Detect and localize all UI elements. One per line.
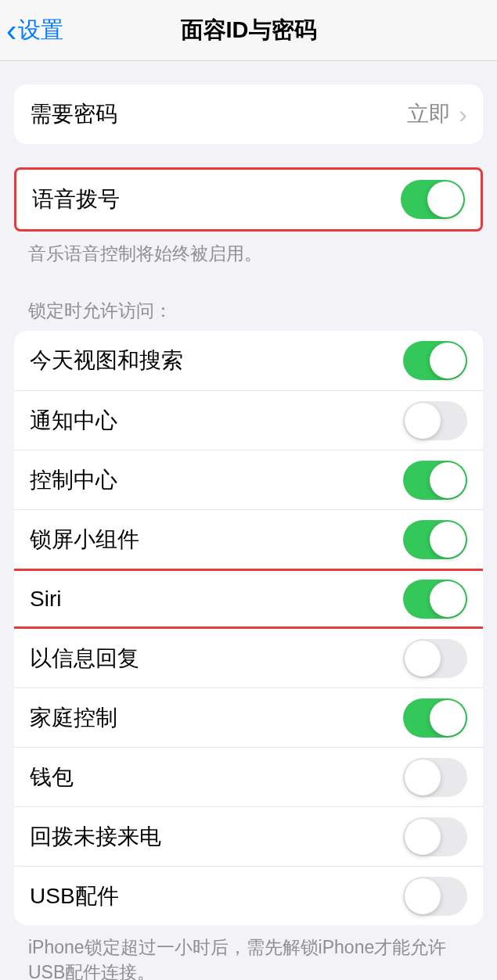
toggle-knob bbox=[405, 759, 441, 795]
lock-access-footer: iPhone锁定超过一小时后，需先解锁iPhone才能允许USB配件连接。 bbox=[0, 925, 497, 980]
toggle-knob bbox=[405, 819, 441, 855]
voice-dial-group: 语音拨号 bbox=[14, 167, 483, 232]
toggle-knob bbox=[405, 641, 441, 677]
lock-access-row-control_center: 控制中心 bbox=[14, 450, 483, 509]
lock-access-row-siri: Siri bbox=[14, 569, 483, 628]
lock-access-label-siri: Siri bbox=[30, 587, 61, 612]
toggle-knob bbox=[430, 462, 466, 498]
voice-dial-row: 语音拨号 bbox=[16, 170, 481, 229]
content: 需要密码 立即 › 语音拨号 音乐语音控制将始终被启用。 锁定时允许访问： 今天… bbox=[0, 84, 497, 980]
toggle-knob bbox=[405, 403, 441, 439]
lock-access-label-home_control: 家庭控制 bbox=[30, 703, 117, 733]
lock-access-row-home_control: 家庭控制 bbox=[14, 687, 483, 747]
voice-dial-label: 语音拨号 bbox=[32, 185, 120, 214]
lock-access-label-lock_widgets: 锁屏小组件 bbox=[30, 525, 139, 555]
lock-access-toggle-lock_widgets[interactable] bbox=[403, 520, 467, 559]
lock-access-toggle-wallet[interactable] bbox=[403, 758, 467, 797]
lock-access-toggle-home_control[interactable] bbox=[403, 698, 467, 738]
lock-access-label-reply_msg: 以信息回复 bbox=[30, 644, 139, 673]
require-passcode-label: 需要密码 bbox=[30, 99, 117, 129]
lock-access-row-usb_accessories: USB配件 bbox=[14, 866, 483, 925]
require-passcode-value-text: 立即 bbox=[407, 99, 451, 129]
lock-access-toggle-return_missed[interactable] bbox=[403, 817, 467, 856]
navbar: ‹ 设置 面容ID与密码 bbox=[0, 0, 497, 61]
lock-access-row-return_missed: 回拨未接来电 bbox=[14, 806, 483, 866]
lock-access-row-wallet: 钱包 bbox=[14, 747, 483, 806]
back-button[interactable]: ‹ 设置 bbox=[0, 15, 63, 46]
voice-dial-toggle[interactable] bbox=[401, 180, 465, 219]
page-title: 面容ID与密码 bbox=[181, 15, 317, 46]
lock-access-label-wallet: 钱包 bbox=[30, 763, 74, 792]
chevron-left-icon: ‹ bbox=[6, 15, 16, 46]
voice-dial-footer: 音乐语音控制将始终被启用。 bbox=[0, 232, 497, 266]
lock-access-label-usb_accessories: USB配件 bbox=[30, 881, 119, 911]
back-label: 设置 bbox=[18, 15, 63, 46]
lock-access-label-control_center: 控制中心 bbox=[30, 465, 117, 495]
lock-access-label-return_missed: 回拨未接来电 bbox=[30, 822, 161, 852]
lock-access-toggle-siri[interactable] bbox=[403, 580, 467, 619]
lock-access-group: 今天视图和搜索通知中心控制中心锁屏小组件Siri以信息回复家庭控制钱包回拨未接来… bbox=[14, 331, 483, 925]
toggle-knob bbox=[430, 343, 466, 379]
toggle-knob bbox=[427, 181, 463, 217]
lock-access-label-notification_center: 通知中心 bbox=[30, 406, 117, 436]
lock-access-row-reply_msg: 以信息回复 bbox=[14, 628, 483, 687]
toggle-knob bbox=[430, 581, 466, 617]
chevron-right-icon: › bbox=[459, 100, 467, 129]
lock-access-row-notification_center: 通知中心 bbox=[14, 390, 483, 450]
require-passcode-group: 需要密码 立即 › bbox=[14, 84, 483, 144]
require-passcode-value: 立即 › bbox=[407, 99, 467, 129]
lock-access-toggle-today[interactable] bbox=[403, 341, 467, 380]
lock-access-toggle-reply_msg[interactable] bbox=[403, 639, 467, 678]
toggle-knob bbox=[405, 878, 441, 914]
toggle-knob bbox=[430, 700, 466, 736]
require-passcode-row[interactable]: 需要密码 立即 › bbox=[14, 84, 483, 144]
lock-access-toggle-usb_accessories[interactable] bbox=[403, 877, 467, 916]
lock-access-row-today: 今天视图和搜索 bbox=[14, 331, 483, 390]
lock-access-header: 锁定时允许访问： bbox=[0, 299, 497, 331]
toggle-knob bbox=[430, 522, 466, 558]
lock-access-row-lock_widgets: 锁屏小组件 bbox=[14, 509, 483, 569]
lock-access-toggle-control_center[interactable] bbox=[403, 461, 467, 500]
lock-access-toggle-notification_center[interactable] bbox=[403, 401, 467, 440]
lock-access-label-today: 今天视图和搜索 bbox=[30, 346, 183, 375]
